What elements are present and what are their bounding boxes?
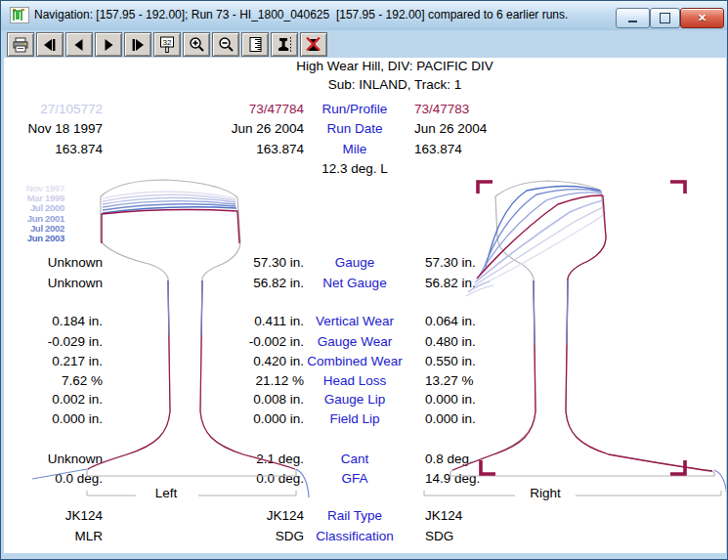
window-frame-bottom xyxy=(1,553,727,560)
run-date-label: Run Date xyxy=(300,121,409,136)
milepost-icon: 32 xyxy=(158,36,176,54)
subdivision-title: Sub: INLAND, Track: 1 xyxy=(199,77,590,92)
mile-label: Mile xyxy=(300,142,409,156)
mile-left: 163.874 xyxy=(15,142,103,156)
run-profile-row: 27/10577273/47784Run/Profile73/47783 xyxy=(4,102,726,118)
zoom-out-button[interactable] xyxy=(212,32,239,57)
title-bar[interactable]: Navigation: [157.95 - 192.00]; Run 73 - … xyxy=(1,1,727,30)
location-title: High Wear Hill, DIV: PACIFIC DIV xyxy=(199,59,590,73)
corner-marker-top-right xyxy=(670,182,685,194)
app-logo-icon xyxy=(10,7,29,23)
run-profile-center-left: 73/47784 xyxy=(187,102,304,116)
first-run-button[interactable] xyxy=(36,32,64,57)
previous-run-button[interactable] xyxy=(65,32,93,57)
curvature-row: 12.3 deg. L xyxy=(4,161,726,178)
restore-button[interactable] xyxy=(650,8,680,28)
classification-left: MLR xyxy=(15,529,103,543)
svg-text:32: 32 xyxy=(163,38,172,47)
classification-center-left: SDG xyxy=(187,529,304,543)
zoom-out-icon xyxy=(218,36,235,53)
minimize-button[interactable] xyxy=(616,8,650,28)
rail-type-left: JK124 xyxy=(15,508,103,523)
mile-right: 163.874 xyxy=(414,142,541,156)
left-rail-profile-chart xyxy=(21,177,323,504)
rail-profile-icon xyxy=(276,36,293,53)
print-icon xyxy=(12,37,29,53)
rail-type-right: JK124 xyxy=(425,508,552,523)
rail-type-row: JK124JK124Rail TypeJK124 xyxy=(4,508,726,525)
rail-type-label: Rail Type xyxy=(300,508,409,523)
run-date-row: Nov 18 1997Jun 26 2004Run DateJun 26 200… xyxy=(4,121,726,138)
rail-delete-icon xyxy=(305,36,322,53)
run-date-left: Nov 18 1997 xyxy=(15,121,103,136)
first-run-icon xyxy=(42,37,58,53)
left-rail-outline xyxy=(87,180,296,476)
window-title: Navigation: [157.95 - 192.00]; Run 73 - … xyxy=(34,8,568,22)
run-date-center-left: Jun 26 2004 xyxy=(187,121,304,136)
zoom-in-button[interactable] xyxy=(183,32,210,57)
ruler-button[interactable] xyxy=(241,32,269,57)
rail-profile-button[interactable] xyxy=(271,32,298,57)
toolbar: 32 xyxy=(1,30,727,58)
corner-marker-bottom-left xyxy=(481,460,495,474)
rail-type-center-left: JK124 xyxy=(187,508,304,523)
run-date-right: Jun 26 2004 xyxy=(414,121,541,136)
right-rail-label: Right xyxy=(518,486,573,500)
print-button[interactable] xyxy=(7,32,34,57)
close-button[interactable]: ✕ xyxy=(680,8,724,28)
profile-view: High Wear Hill, DIV: PACIFIC DIV Sub: IN… xyxy=(4,58,726,553)
ruler-icon xyxy=(247,36,264,53)
next-run-button[interactable] xyxy=(95,32,122,57)
run-profile-right: 73/47783 xyxy=(414,102,541,116)
classification-label: Classification xyxy=(300,529,409,543)
mile-center-left: 163.874 xyxy=(187,142,304,156)
right-rail-outline xyxy=(450,181,714,476)
last-run-icon xyxy=(130,37,146,53)
corner-marker-top-left xyxy=(478,182,492,194)
mile-row: 163.874163.874Mile163.874 xyxy=(4,142,726,158)
run-profile-label: Run/Profile xyxy=(300,102,409,116)
navigation-window: Navigation: [157.95 - 192.00]; Run 73 - … xyxy=(0,0,728,560)
last-run-button[interactable] xyxy=(124,32,151,57)
milepost-button[interactable]: 32 xyxy=(153,32,181,57)
restore-icon xyxy=(660,13,670,23)
close-icon: ✕ xyxy=(698,12,707,24)
right-rail-bracket xyxy=(424,491,721,495)
right-rail-profile-chart xyxy=(421,177,726,504)
left-rail-label: Left xyxy=(137,486,195,500)
rail-delete-button[interactable] xyxy=(300,32,327,57)
classification-right: SDG xyxy=(425,529,552,543)
run-profile-left: 27/105772 xyxy=(15,102,103,116)
next-arrow-icon xyxy=(101,37,116,53)
minimize-icon xyxy=(628,21,637,22)
curvature-label: 12.3 deg. L xyxy=(300,161,409,176)
classification-row: MLRSDGClassificationSDG xyxy=(4,529,726,545)
previous-arrow-icon xyxy=(71,37,87,53)
zoom-in-icon xyxy=(189,36,205,53)
